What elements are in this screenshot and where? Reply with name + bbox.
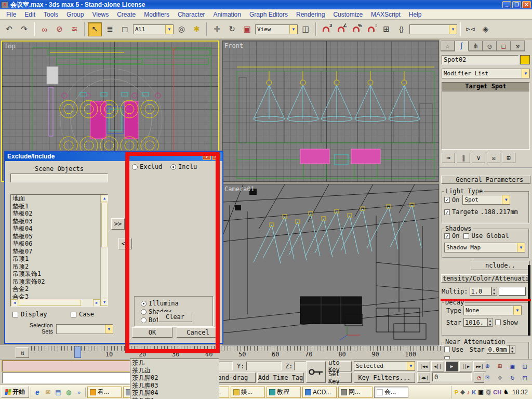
case-checkbox[interactable]: Case xyxy=(71,311,94,318)
menu-item[interactable]: Create xyxy=(113,10,140,19)
multiplier-spinner[interactable]: 1.0 ▲▼ xyxy=(470,287,497,296)
use-global-checkbox[interactable] xyxy=(463,233,469,239)
current-frame-field[interactable]: 0 xyxy=(432,373,472,381)
menu-item[interactable]: File xyxy=(2,10,20,19)
scroll-up-icon[interactable]: ▲ xyxy=(101,195,108,202)
intensity-color-attenuation-rollout[interactable]: tensity/Color/Attenuati xyxy=(441,274,530,283)
select-and-scale-icon[interactable]: ▣ xyxy=(240,22,254,36)
list-item[interactable]: 合金2 xyxy=(11,285,100,293)
set-key-button[interactable]: Set Key xyxy=(328,373,352,383)
add-time-tag[interactable]: Add Time Tag xyxy=(257,373,304,383)
menu-item[interactable]: Animation xyxy=(209,10,245,19)
list-item[interactable]: 茶几 xyxy=(130,359,219,367)
snap-toggle-icon[interactable]: 3 xyxy=(319,22,333,36)
named-selection-dropdown[interactable]: ▼ xyxy=(409,24,457,34)
dialog-title-bar[interactable]: Exclude/Include ? ✕ xyxy=(5,152,222,161)
taskbar-task[interactable]: 教程 xyxy=(267,387,301,398)
light-type-dropdown[interactable]: Spot ▼ xyxy=(462,195,510,205)
move-right-button[interactable]: >> xyxy=(111,218,125,230)
show-end-result-icon[interactable]: ∥ xyxy=(457,153,470,163)
list-item[interactable]: 吊顶装饰02 xyxy=(11,278,100,286)
scrollbar-thumb[interactable] xyxy=(101,203,108,247)
general-parameters-rollout[interactable]: - General Parameters xyxy=(441,176,530,184)
decay-show-checkbox[interactable] xyxy=(495,320,501,325)
utilities-tab-icon[interactable]: ⚒ xyxy=(511,41,525,51)
configure-stack-icon[interactable]: ⊞ xyxy=(502,153,515,163)
modifier-list-dropdown[interactable]: Modifier List ▼ xyxy=(442,69,530,78)
ie-icon[interactable]: e xyxy=(33,388,42,397)
select-and-rotate-icon[interactable]: ↻ xyxy=(225,22,239,36)
menu-item[interactable]: Modifiers xyxy=(140,10,174,19)
scroll-left-icon[interactable]: ◀ xyxy=(11,299,18,307)
zoom-icon[interactable]: ⊕ xyxy=(482,361,494,371)
start-button[interactable]: 开始 xyxy=(1,386,29,398)
tray-icon[interactable]: ♪ xyxy=(467,389,470,395)
move-left-button[interactable]: << xyxy=(118,238,132,249)
scene-objects-list[interactable]: 地面垫板1垫板02垫板03垫板04垫板05垫板06垫板07吊顶1吊顶2吊顶装饰1… xyxy=(10,194,108,307)
list-item[interactable]: 吊顶1 xyxy=(11,255,100,263)
auto-key-button[interactable]: uto Key xyxy=(328,361,352,371)
redo-icon[interactable]: ↷ xyxy=(17,22,31,36)
list-item[interactable]: 茶几边 xyxy=(130,367,219,375)
tray-icon[interactable]: K xyxy=(472,389,476,395)
mail-icon[interactable]: ✉ xyxy=(43,388,52,397)
unlink-icon[interactable]: ⊘ xyxy=(52,22,66,36)
previous-frame-button[interactable]: ◀|| xyxy=(431,361,444,371)
min-max-toggle-icon[interactable]: ◰ xyxy=(519,372,531,383)
select-by-name-icon[interactable]: ≣ xyxy=(103,22,117,36)
exclude-radio[interactable]: Exclud xyxy=(132,163,162,170)
taskbar-task[interactable]: 网... xyxy=(338,387,373,398)
object-color-swatch[interactable] xyxy=(520,55,530,64)
menu-item[interactable]: Rendering xyxy=(292,10,329,19)
list-item[interactable]: 茶几脚04 xyxy=(130,389,219,397)
dialog-close-button[interactable]: ✕ xyxy=(212,153,220,160)
taskbar-task[interactable]: 娱... xyxy=(231,387,265,398)
display-tab-icon[interactable]: □ xyxy=(497,41,511,51)
go-to-start-button[interactable]: |◀◀ xyxy=(417,361,430,371)
select-and-manipulate-icon[interactable]: ✱ xyxy=(190,22,204,36)
use-pivot-center-icon[interactable]: ◫ xyxy=(299,22,313,36)
list-item[interactable]: 垫板04 xyxy=(11,225,100,233)
list-item[interactable]: 垫板1 xyxy=(11,203,100,210)
tray-icon[interactable]: CH xyxy=(493,389,501,395)
arc-rotate-icon[interactable]: ↻ xyxy=(507,372,518,383)
window-crossing-icon[interactable]: ◎ xyxy=(175,22,189,36)
angle-snap-icon[interactable]: ∠ xyxy=(334,22,348,36)
menu-item[interactable]: Graph Editors xyxy=(245,10,292,19)
menu-item[interactable]: Customize xyxy=(329,10,367,19)
decay-start-spinner[interactable]: 1016. ▲▼ xyxy=(463,318,493,327)
pan-icon[interactable]: ✥ xyxy=(494,372,506,383)
selection-sets-dropdown[interactable]: ▼ xyxy=(56,324,113,334)
list-item[interactable]: 垫板06 xyxy=(11,240,100,248)
remove-modifier-icon[interactable]: ☒ xyxy=(487,153,500,163)
taskbar-task[interactable]: 会... xyxy=(374,387,408,398)
scroll-down-icon[interactable]: ▼ xyxy=(101,299,108,306)
tray-icon[interactable]: P xyxy=(455,389,458,395)
list-item[interactable]: 吊顶2 xyxy=(11,263,100,271)
media-icon[interactable]: ◍ xyxy=(64,388,73,397)
minimize-button[interactable]: _ xyxy=(502,1,511,8)
menu-item[interactable]: Character xyxy=(174,10,209,19)
pin-stack-icon[interactable]: ⊸ xyxy=(442,153,455,163)
viewport-camera-label[interactable]: Camera01 xyxy=(224,185,255,193)
time-slider[interactable] xyxy=(74,347,81,358)
tray-icon[interactable]: ◆ xyxy=(460,389,464,395)
zoom-all-icon[interactable]: ⊞ xyxy=(494,361,506,371)
clear-button[interactable]: Clear xyxy=(158,312,192,322)
zoom-extents-icon[interactable]: ▣ xyxy=(507,361,518,371)
cancel-button[interactable]: Cancel xyxy=(177,327,219,338)
list-item[interactable]: 茶几脚1 xyxy=(130,397,219,399)
menu-item[interactable]: Edit xyxy=(20,10,39,19)
taskbar-task[interactable]: ACD... xyxy=(302,387,337,398)
list-item[interactable]: 吊顶装饰1 xyxy=(11,270,100,278)
select-object-icon[interactable]: ↖ xyxy=(88,22,102,36)
horizontal-scrollbar[interactable]: ◀ ▶ xyxy=(11,299,100,306)
exclude-objects-button[interactable]: nclude.. xyxy=(471,261,530,270)
decay-type-dropdown[interactable]: None ▼ xyxy=(463,305,522,315)
included-objects-list[interactable]: 茶几茶几边茶几脚02茶几脚03茶几脚04茶几脚1[沙发02][沙发03] xyxy=(130,358,219,399)
tray-icon[interactable]: ▣ xyxy=(478,389,483,395)
tray-icon[interactable]: ♞ xyxy=(503,389,509,395)
close-button[interactable]: ✕ xyxy=(522,1,531,8)
selected-filter-dropdown[interactable]: Selected ▼ xyxy=(354,361,415,371)
align-icon[interactable]: ◈ xyxy=(478,22,493,36)
